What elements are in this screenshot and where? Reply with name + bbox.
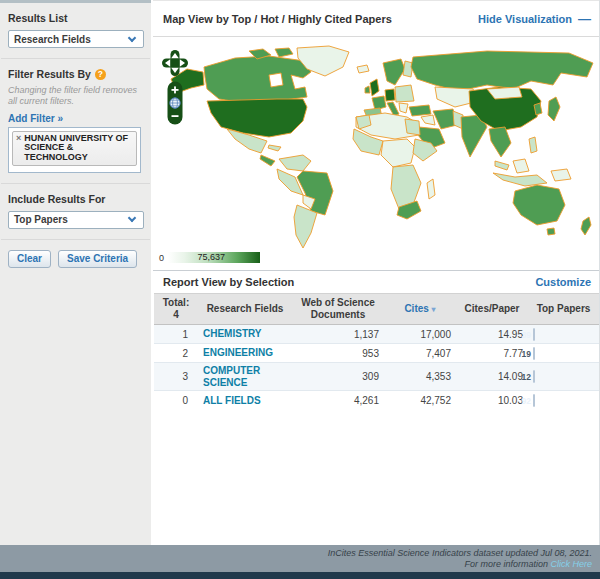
help-icon[interactable]: ? <box>95 69 106 80</box>
research-field-link[interactable]: COMPUTER SCIENCE <box>203 365 287 388</box>
cites-cell: 4,353 <box>384 363 456 391</box>
research-field-link[interactable]: CHEMISTRY <box>203 328 262 340</box>
filter-note: Changing the filter field removes all cu… <box>8 85 138 108</box>
chevron-down-icon <box>128 33 136 41</box>
legend-max-label: 75,637 <box>197 252 225 263</box>
hide-visualization-link[interactable]: Hide Visualization <box>478 13 572 25</box>
footer: InCites Essential Science Indicators dat… <box>0 545 600 572</box>
chevron-down-icon <box>128 214 136 222</box>
top-papers-cell: 19 <box>528 344 599 363</box>
col-cites-per-paper: Cites/Paper <box>456 294 528 325</box>
minus-icon[interactable]: — <box>578 12 591 25</box>
map-pan-control[interactable] <box>162 50 188 76</box>
top-papers-bar: 39 <box>533 328 535 341</box>
globe-icon <box>170 98 180 108</box>
customize-link[interactable]: Customize <box>535 276 591 288</box>
top-papers-bar: 12 <box>533 370 535 383</box>
col-total: Total:4 <box>154 294 198 325</box>
col-top-papers: Top Papers <box>528 294 599 325</box>
wos-docs-cell: 953 <box>292 344 384 363</box>
col-research-fields: Research Fields <box>198 294 292 325</box>
report-table-body: 1 CHEMISTRY 1,137 17,000 14.95 39 2 ENGI… <box>154 325 599 410</box>
filter-box[interactable]: × HUNAN UNIVERSITY OF SCIENCE & TECHNOLO… <box>8 127 141 173</box>
save-criteria-button[interactable]: Save Criteria <box>58 250 137 268</box>
table-row: 3 COMPUTER SCIENCE 309 4,353 14.09 12 <box>154 363 599 391</box>
research-field-link[interactable]: ENGINEERING <box>203 347 273 359</box>
rank-cell: 3 <box>154 363 198 391</box>
cites-per-paper-cell: 10.03 <box>456 391 528 410</box>
cites-cell: 17,000 <box>384 325 456 344</box>
results-list-select[interactable]: Research Fields <box>8 30 144 48</box>
include-section: Include Results For Top Papers <box>0 184 151 239</box>
filter-by-label: Filter Results By <box>8 68 91 80</box>
click-here-link[interactable]: Click Here <box>550 559 592 569</box>
wos-docs-cell: 309 <box>292 363 384 391</box>
sidebar-buttons: Clear Save Criteria <box>0 240 151 278</box>
sidebar: Results List Research Fields Filter Resu… <box>0 3 151 545</box>
map-visualization: 0 75,637 <box>153 37 599 270</box>
map-view-title: Map View by Top / Hot / Highly Cited Pap… <box>163 13 392 25</box>
filter-section: Filter Results By ? Changing the filter … <box>0 59 151 183</box>
map-legend: 0 75,637 <box>159 252 260 263</box>
include-label: Include Results For <box>8 193 143 205</box>
legend-min-label: 0 <box>159 253 164 263</box>
report-view-title: Report View by Selection <box>163 276 294 288</box>
clear-button[interactable]: Clear <box>8 250 51 268</box>
rank-cell: 1 <box>154 325 198 344</box>
include-value: Top Papers <box>14 214 68 225</box>
top-papers-cell: 12 <box>528 363 599 391</box>
col-wos-documents: Web of Science Documents <box>292 294 384 325</box>
rank-cell: 0 <box>154 391 198 410</box>
research-field-link[interactable]: ALL FIELDS <box>203 395 261 407</box>
main-panel: Map View by Top / Hot / Highly Cited Pap… <box>153 0 600 545</box>
footer-more-info: For more information Click Here <box>0 559 592 570</box>
filter-tag[interactable]: × HUNAN UNIVERSITY OF SCIENCE & TECHNOLO… <box>12 131 137 167</box>
footer-dataset-note: InCites Essential Science Indicators dat… <box>0 548 592 559</box>
rank-cell: 2 <box>154 344 198 363</box>
table-row: 1 CHEMISTRY 1,137 17,000 14.95 39 <box>154 325 599 344</box>
report-header: Report View by Selection Customize <box>153 270 599 293</box>
cites-per-paper-cell: 7.77 <box>456 344 528 363</box>
results-list-value: Research Fields <box>14 34 91 45</box>
table-header-row: Total:4 Research Fields Web of Science D… <box>154 294 599 325</box>
wos-docs-cell: 4,261 <box>292 391 384 410</box>
results-list-label: Results List <box>8 12 143 24</box>
map-controls <box>162 50 188 125</box>
add-filter-link[interactable]: Add Filter » <box>8 113 63 124</box>
footer-bottom-bar <box>0 572 600 579</box>
report-table: Total:4 Research Fields Web of Science D… <box>154 293 599 410</box>
map-zoom-control[interactable] <box>167 81 183 125</box>
wos-docs-cell: 1,137 <box>292 325 384 344</box>
cites-per-paper-cell: 14.09 <box>456 363 528 391</box>
remove-filter-icon[interactable]: × <box>16 134 21 144</box>
table-row: 0 ALL FIELDS 4,261 42,752 10.03 92 <box>154 391 599 410</box>
cites-cell: 7,407 <box>384 344 456 363</box>
sort-arrow-icon: ▾ <box>432 305 436 314</box>
col-cites-sort[interactable]: Cites ▾ <box>384 294 456 325</box>
map-panel-header: Map View by Top / Hot / Highly Cited Pap… <box>153 0 599 37</box>
top-papers-bar: 92 <box>533 394 535 407</box>
zoom-out-icon <box>172 115 179 117</box>
world-map[interactable] <box>157 45 595 253</box>
map-countries[interactable] <box>171 46 593 248</box>
cites-cell: 42,752 <box>384 391 456 410</box>
legend-gradient: 75,637 <box>168 252 260 263</box>
top-papers-bar: 19 <box>533 347 535 360</box>
include-select[interactable]: Top Papers <box>8 211 144 229</box>
filter-tag-label: HUNAN UNIVERSITY OF SCIENCE & TECHNOLOGY <box>24 134 133 164</box>
top-papers-cell: 92 <box>528 391 599 410</box>
results-list-section: Results List Research Fields <box>0 3 151 58</box>
cites-per-paper-cell: 14.95 <box>456 325 528 344</box>
top-papers-cell: 39 <box>528 325 599 344</box>
table-row: 2 ENGINEERING 953 7,407 7.77 19 <box>154 344 599 363</box>
